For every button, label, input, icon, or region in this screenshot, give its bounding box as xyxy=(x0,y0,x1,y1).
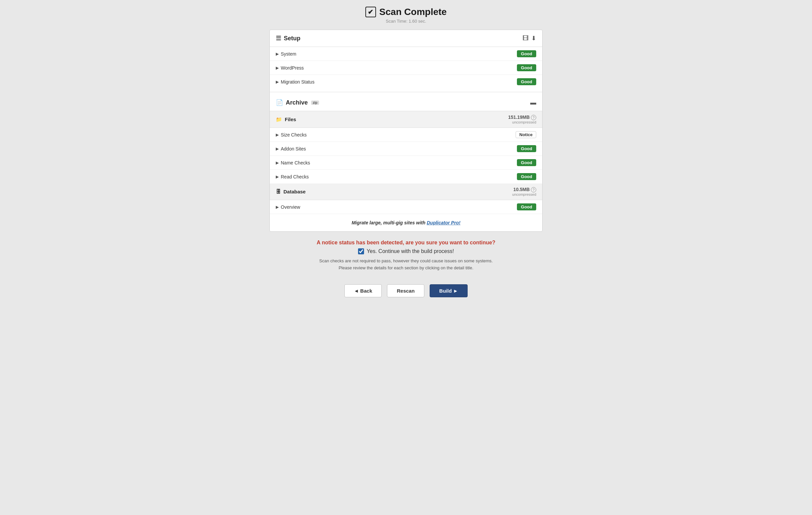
archive-icon: 📄 xyxy=(276,99,283,106)
archive-section-header: 📄 Archive zip ▬ xyxy=(270,94,542,111)
database-help-icon[interactable]: ? xyxy=(531,187,536,192)
files-subsection-header: 📁 Files 151.19MB ? uncompressed xyxy=(270,111,542,128)
duplicator-pro-link[interactable]: Duplicator Pro! xyxy=(427,220,460,225)
continue-label-text: Yes. Continue with the build process! xyxy=(367,248,454,254)
scan-complete-title: Scan Complete xyxy=(379,7,446,17)
setup-section-header: ☰ Setup 🎞 ⬇ xyxy=(270,30,542,47)
arrow-icon: ▶ xyxy=(276,80,279,84)
size-checks-row[interactable]: ▶ Size Checks Notice xyxy=(270,128,542,142)
page-title: ✔ Scan Complete xyxy=(366,7,446,17)
database-meta: 10.5MB ? uncompressed xyxy=(512,187,536,196)
scan-time: Scan Time: 1.60 sec. xyxy=(366,19,446,24)
setup-actions: 🎞 ⬇ xyxy=(523,35,536,42)
database-title: 🗄 Database xyxy=(276,189,306,194)
zip-badge: zip xyxy=(311,100,319,105)
arrow-icon: ▶ xyxy=(276,132,279,137)
arrow-icon: ▶ xyxy=(276,66,279,70)
back-button[interactable]: ◄ Back xyxy=(344,284,382,297)
notice-description: Scan checks are not required to pass, ho… xyxy=(317,258,495,272)
continue-label-row: Yes. Continue with the build process! xyxy=(317,248,495,254)
system-status-badge: Good xyxy=(517,50,536,57)
build-button[interactable]: Build ► xyxy=(430,284,468,297)
read-checks-row[interactable]: ▶ Read Checks Good xyxy=(270,170,542,183)
setup-icon: ☰ xyxy=(276,35,281,42)
addon-sites-row[interactable]: ▶ Addon Sites Good xyxy=(270,142,542,156)
section-divider xyxy=(270,92,542,92)
files-size-label: uncompressed xyxy=(508,120,536,124)
arrow-icon: ▶ xyxy=(276,205,279,209)
page-header: ✔ Scan Complete Scan Time: 1.60 sec. xyxy=(366,7,446,24)
archive-action-icon[interactable]: ▬ xyxy=(530,99,536,106)
button-row: ◄ Back Rescan Build ► xyxy=(344,284,468,297)
files-help-icon[interactable]: ? xyxy=(531,115,536,120)
continue-checkbox[interactable] xyxy=(358,248,364,254)
size-checks-badge: Notice xyxy=(516,131,536,138)
database-size: 10.5MB xyxy=(513,187,529,192)
database-size-label: uncompressed xyxy=(512,192,536,196)
folder-icon: 📁 xyxy=(276,117,282,122)
arrow-icon: ▶ xyxy=(276,175,279,179)
system-row[interactable]: ▶ System Good xyxy=(270,47,542,61)
wordpress-row[interactable]: ▶ WordPress Good xyxy=(270,61,542,75)
promo-area: Migrate large, multi-gig sites with Dupl… xyxy=(270,214,542,231)
files-title: 📁 Files xyxy=(276,117,296,122)
arrow-icon: ▶ xyxy=(276,52,279,56)
name-checks-row[interactable]: ▶ Name Checks Good xyxy=(270,156,542,170)
rescan-button[interactable]: Rescan xyxy=(387,284,424,297)
addon-sites-badge: Good xyxy=(517,145,536,152)
film-icon[interactable]: 🎞 xyxy=(523,35,528,42)
migration-status-row[interactable]: ▶ Migration Status Good xyxy=(270,75,542,89)
migration-status-badge: Good xyxy=(517,78,536,85)
database-subsection-header: 🗄 Database 10.5MB ? uncompressed xyxy=(270,183,542,200)
database-icon: 🗄 xyxy=(276,189,281,194)
download-icon[interactable]: ⬇ xyxy=(531,35,536,42)
files-meta: 151.19MB ? uncompressed xyxy=(508,115,536,124)
archive-actions: ▬ xyxy=(530,99,536,106)
files-size: 151.19MB xyxy=(508,115,530,120)
main-card: ☰ Setup 🎞 ⬇ ▶ System Good ▶ WordPress Go… xyxy=(269,30,543,232)
scan-complete-icon: ✔ xyxy=(366,7,376,17)
overview-badge: Good xyxy=(517,203,536,210)
arrow-icon: ▶ xyxy=(276,160,279,165)
read-checks-badge: Good xyxy=(517,173,536,180)
arrow-icon: ▶ xyxy=(276,147,279,151)
archive-title: 📄 Archive zip xyxy=(276,99,319,106)
name-checks-badge: Good xyxy=(517,159,536,166)
overview-row[interactable]: ▶ Overview Good xyxy=(270,200,542,214)
notice-area: A notice status has been detected, are y… xyxy=(317,240,495,272)
wordpress-status-badge: Good xyxy=(517,64,536,71)
notice-warning: A notice status has been detected, are y… xyxy=(317,240,495,246)
setup-title: ☰ Setup xyxy=(276,35,300,42)
